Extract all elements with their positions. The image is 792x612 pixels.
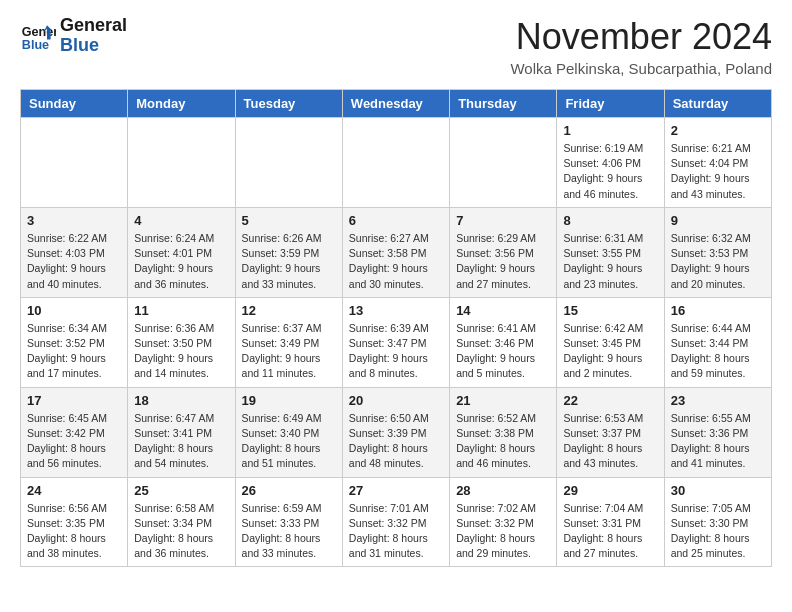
logo: General Blue General Blue — [20, 16, 127, 56]
calendar-week-2: 10Sunrise: 6:34 AM Sunset: 3:52 PM Dayli… — [21, 297, 772, 387]
day-info: Sunrise: 7:02 AM Sunset: 3:32 PM Dayligh… — [456, 501, 550, 562]
day-info: Sunrise: 6:41 AM Sunset: 3:46 PM Dayligh… — [456, 321, 550, 382]
calendar-week-3: 17Sunrise: 6:45 AM Sunset: 3:42 PM Dayli… — [21, 387, 772, 477]
day-info: Sunrise: 6:56 AM Sunset: 3:35 PM Dayligh… — [27, 501, 121, 562]
calendar-cell-w1-d3: 6Sunrise: 6:27 AM Sunset: 3:58 PM Daylig… — [342, 207, 449, 297]
day-info: Sunrise: 6:29 AM Sunset: 3:56 PM Dayligh… — [456, 231, 550, 292]
calendar-cell-w2-d6: 16Sunrise: 6:44 AM Sunset: 3:44 PM Dayli… — [664, 297, 771, 387]
calendar-cell-w0-d4 — [450, 118, 557, 208]
logo-line1: General — [60, 15, 127, 35]
day-number: 28 — [456, 483, 550, 498]
day-info: Sunrise: 6:45 AM Sunset: 3:42 PM Dayligh… — [27, 411, 121, 472]
calendar-cell-w0-d6: 2Sunrise: 6:21 AM Sunset: 4:04 PM Daylig… — [664, 118, 771, 208]
calendar-cell-w0-d5: 1Sunrise: 6:19 AM Sunset: 4:06 PM Daylig… — [557, 118, 664, 208]
day-info: Sunrise: 7:05 AM Sunset: 3:30 PM Dayligh… — [671, 501, 765, 562]
day-info: Sunrise: 6:37 AM Sunset: 3:49 PM Dayligh… — [242, 321, 336, 382]
calendar-cell-w1-d5: 8Sunrise: 6:31 AM Sunset: 3:55 PM Daylig… — [557, 207, 664, 297]
day-number: 25 — [134, 483, 228, 498]
day-info: Sunrise: 7:01 AM Sunset: 3:32 PM Dayligh… — [349, 501, 443, 562]
calendar-cell-w1-d0: 3Sunrise: 6:22 AM Sunset: 4:03 PM Daylig… — [21, 207, 128, 297]
calendar-cell-w1-d4: 7Sunrise: 6:29 AM Sunset: 3:56 PM Daylig… — [450, 207, 557, 297]
day-number: 22 — [563, 393, 657, 408]
day-info: Sunrise: 6:42 AM Sunset: 3:45 PM Dayligh… — [563, 321, 657, 382]
day-number: 21 — [456, 393, 550, 408]
logo-text: General Blue — [60, 16, 127, 56]
calendar-cell-w3-d3: 20Sunrise: 6:50 AM Sunset: 3:39 PM Dayli… — [342, 387, 449, 477]
day-number: 7 — [456, 213, 550, 228]
calendar-cell-w4-d1: 25Sunrise: 6:58 AM Sunset: 3:34 PM Dayli… — [128, 477, 235, 567]
calendar-cell-w3-d2: 19Sunrise: 6:49 AM Sunset: 3:40 PM Dayli… — [235, 387, 342, 477]
day-info: Sunrise: 6:32 AM Sunset: 3:53 PM Dayligh… — [671, 231, 765, 292]
day-info: Sunrise: 6:19 AM Sunset: 4:06 PM Dayligh… — [563, 141, 657, 202]
calendar-cell-w1-d1: 4Sunrise: 6:24 AM Sunset: 4:01 PM Daylig… — [128, 207, 235, 297]
day-info: Sunrise: 6:50 AM Sunset: 3:39 PM Dayligh… — [349, 411, 443, 472]
day-number: 2 — [671, 123, 765, 138]
calendar-cell-w0-d2 — [235, 118, 342, 208]
calendar-cell-w4-d0: 24Sunrise: 6:56 AM Sunset: 3:35 PM Dayli… — [21, 477, 128, 567]
day-number: 6 — [349, 213, 443, 228]
logo-icon: General Blue — [20, 18, 56, 54]
calendar-cell-w0-d3 — [342, 118, 449, 208]
calendar-cell-w0-d1 — [128, 118, 235, 208]
day-number: 17 — [27, 393, 121, 408]
day-info: Sunrise: 6:55 AM Sunset: 3:36 PM Dayligh… — [671, 411, 765, 472]
day-info: Sunrise: 6:44 AM Sunset: 3:44 PM Dayligh… — [671, 321, 765, 382]
calendar-cell-w1-d6: 9Sunrise: 6:32 AM Sunset: 3:53 PM Daylig… — [664, 207, 771, 297]
calendar-week-1: 3Sunrise: 6:22 AM Sunset: 4:03 PM Daylig… — [21, 207, 772, 297]
day-number: 16 — [671, 303, 765, 318]
day-number: 30 — [671, 483, 765, 498]
day-number: 15 — [563, 303, 657, 318]
header: General Blue General Blue November 2024 … — [20, 16, 772, 77]
col-thursday: Thursday — [450, 90, 557, 118]
calendar-cell-w4-d5: 29Sunrise: 7:04 AM Sunset: 3:31 PM Dayli… — [557, 477, 664, 567]
calendar-cell-w2-d1: 11Sunrise: 6:36 AM Sunset: 3:50 PM Dayli… — [128, 297, 235, 387]
day-number: 3 — [27, 213, 121, 228]
day-info: Sunrise: 6:39 AM Sunset: 3:47 PM Dayligh… — [349, 321, 443, 382]
col-saturday: Saturday — [664, 90, 771, 118]
day-number: 24 — [27, 483, 121, 498]
calendar-cell-w3-d5: 22Sunrise: 6:53 AM Sunset: 3:37 PM Dayli… — [557, 387, 664, 477]
col-sunday: Sunday — [21, 90, 128, 118]
day-number: 23 — [671, 393, 765, 408]
day-info: Sunrise: 6:26 AM Sunset: 3:59 PM Dayligh… — [242, 231, 336, 292]
day-info: Sunrise: 6:34 AM Sunset: 3:52 PM Dayligh… — [27, 321, 121, 382]
day-info: Sunrise: 6:22 AM Sunset: 4:03 PM Dayligh… — [27, 231, 121, 292]
day-info: Sunrise: 6:21 AM Sunset: 4:04 PM Dayligh… — [671, 141, 765, 202]
col-monday: Monday — [128, 90, 235, 118]
day-info: Sunrise: 6:58 AM Sunset: 3:34 PM Dayligh… — [134, 501, 228, 562]
day-number: 10 — [27, 303, 121, 318]
day-info: Sunrise: 6:24 AM Sunset: 4:01 PM Dayligh… — [134, 231, 228, 292]
day-number: 20 — [349, 393, 443, 408]
calendar-cell-w2-d4: 14Sunrise: 6:41 AM Sunset: 3:46 PM Dayli… — [450, 297, 557, 387]
calendar-cell-w4-d2: 26Sunrise: 6:59 AM Sunset: 3:33 PM Dayli… — [235, 477, 342, 567]
day-info: Sunrise: 6:53 AM Sunset: 3:37 PM Dayligh… — [563, 411, 657, 472]
calendar-body: 1Sunrise: 6:19 AM Sunset: 4:06 PM Daylig… — [21, 118, 772, 567]
day-info: Sunrise: 6:49 AM Sunset: 3:40 PM Dayligh… — [242, 411, 336, 472]
col-friday: Friday — [557, 90, 664, 118]
calendar-cell-w0-d0 — [21, 118, 128, 208]
day-info: Sunrise: 7:04 AM Sunset: 3:31 PM Dayligh… — [563, 501, 657, 562]
location: Wolka Pelkinska, Subcarpathia, Poland — [510, 60, 772, 77]
calendar-cell-w2-d2: 12Sunrise: 6:37 AM Sunset: 3:49 PM Dayli… — [235, 297, 342, 387]
day-info: Sunrise: 6:31 AM Sunset: 3:55 PM Dayligh… — [563, 231, 657, 292]
calendar-cell-w3-d0: 17Sunrise: 6:45 AM Sunset: 3:42 PM Dayli… — [21, 387, 128, 477]
col-tuesday: Tuesday — [235, 90, 342, 118]
title-area: November 2024 Wolka Pelkinska, Subcarpat… — [510, 16, 772, 77]
day-info: Sunrise: 6:36 AM Sunset: 3:50 PM Dayligh… — [134, 321, 228, 382]
day-info: Sunrise: 6:52 AM Sunset: 3:38 PM Dayligh… — [456, 411, 550, 472]
calendar-cell-w3-d6: 23Sunrise: 6:55 AM Sunset: 3:36 PM Dayli… — [664, 387, 771, 477]
day-number: 8 — [563, 213, 657, 228]
logo-line2: Blue — [60, 35, 99, 55]
day-number: 9 — [671, 213, 765, 228]
calendar-cell-w4-d6: 30Sunrise: 7:05 AM Sunset: 3:30 PM Dayli… — [664, 477, 771, 567]
day-number: 19 — [242, 393, 336, 408]
day-number: 29 — [563, 483, 657, 498]
col-wednesday: Wednesday — [342, 90, 449, 118]
calendar-week-4: 24Sunrise: 6:56 AM Sunset: 3:35 PM Dayli… — [21, 477, 772, 567]
day-number: 4 — [134, 213, 228, 228]
calendar-cell-w2-d3: 13Sunrise: 6:39 AM Sunset: 3:47 PM Dayli… — [342, 297, 449, 387]
calendar-cell-w1-d2: 5Sunrise: 6:26 AM Sunset: 3:59 PM Daylig… — [235, 207, 342, 297]
day-number: 14 — [456, 303, 550, 318]
day-number: 1 — [563, 123, 657, 138]
day-number: 11 — [134, 303, 228, 318]
